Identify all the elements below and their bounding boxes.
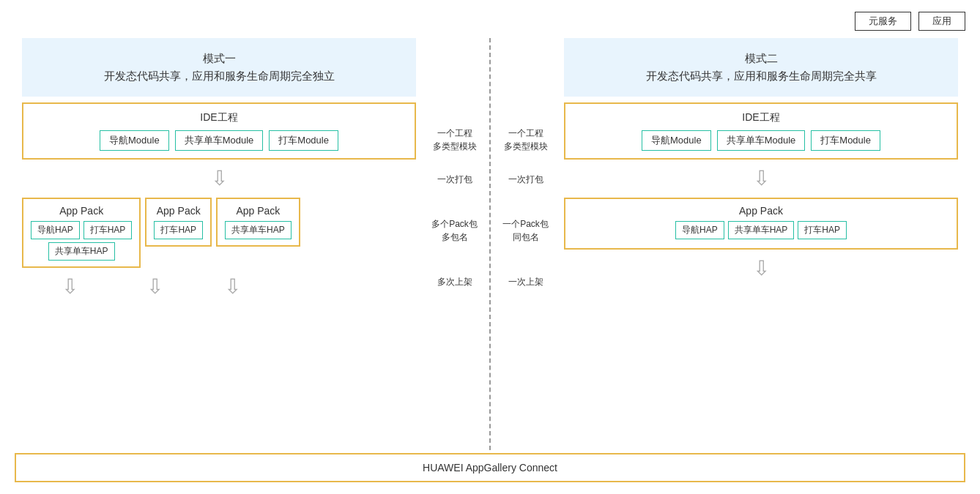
mode1-module-taxi: 打车Module [269,130,338,151]
mode2-bike-hap: 共享单车HAP [728,221,795,239]
mode1-ide-title: IDE工程 [35,111,403,124]
mode1-pack3-title: App Pack [225,205,292,217]
arrow-down-icon: ⇩ [211,168,228,189]
center-label-multi-name: 多包名 [442,232,468,244]
arrow-down-icon2: ⇩ [62,277,78,297]
mode1-arrow4: ⇩ [192,277,272,297]
mode1-pack1-hap-row2: 共享单车HAP [31,242,132,261]
mode1-ide-box: IDE工程 导航Module 共享单车Module 打车Module [22,102,416,160]
mode1-pack3-bike-hap: 共享单车HAP [225,221,292,239]
mode2-arrow-down-icon: ⇩ [753,168,770,189]
center-label-pack-once: 一次打包 [437,174,472,186]
mode2-arrow-down-icon2: ⇩ [753,258,770,279]
mode2-module-taxi: 打车Module [811,130,880,151]
mode1-pack1-box: App Pack 导航HAP 打车HAP 共享单车HAP [22,198,141,268]
center-right-label-one-pack: 一个Pack包 [502,219,549,231]
legend-atomic-service: 元服务 [855,12,911,31]
mode2-module-bike: 共享单车Module [717,130,806,151]
top-legend: 元服务 应用 [15,12,965,31]
dashed-divider [489,38,491,450]
mode1-title-box: 模式一 开发态代码共享，应用和服务生命周期完全独立 [22,38,416,97]
mode1-module-row: 导航Module 共享单车Module 打车Module [35,130,403,151]
mode2-ide-box: IDE工程 导航Module 共享单车Module 打车Module [564,102,958,160]
mode1-pack3-box: App Pack 共享单车HAP [216,198,300,247]
mode1-pack2-box: App Pack 打车HAP [145,198,212,247]
mode1-pack2-taxi-hap: 打车HAP [154,221,203,239]
mode1-pack2-title: App Pack [154,205,203,217]
huawei-box: HUAWEI AppGallery Connect [15,453,965,482]
mode1-pack2-hap-row: 打车HAP [154,221,203,239]
mode1-pack1-hap-row1: 导航HAP 打车HAP [31,221,132,239]
mode2-module-row: 导航Module 共享单车Module 打车Module [577,130,945,151]
mode2-panel: 模式二 开发态代码共享，应用和服务生命周期完全共享 IDE工程 导航Module… [557,38,965,450]
mode1-module-bike: 共享单车Module [175,130,264,151]
mode1-pack1-title: App Pack [31,205,132,217]
center-label-multi-upload: 多次上架 [437,277,472,288]
mode1-pack1-bike-hap: 共享单车HAP [48,242,115,261]
center-right-label-one-project: 一个工程 [508,128,543,140]
mode1-panel: 模式一 开发态代码共享，应用和服务生命周期完全独立 IDE工程 导航Module… [15,38,423,450]
mode1-pack-area: App Pack 导航HAP 打车HAP 共享单车HAP App Pack 打车… [22,198,416,268]
mode1-arrows-bottom: ⇩ ⇩ ⇩ [22,274,416,300]
mode1-arrow3: ⇩ [122,277,188,297]
center-right-label-same-name: 同包名 [513,232,539,244]
center-labels-left: 一个工程 多类型模块 一次打包 多个Pack包 多包名 多次上架 [423,38,486,450]
mode1-title: 模式一 开发态代码共享，应用和服务生命周期完全独立 [104,50,335,85]
center-labels-right: 一个工程 多类型模块 一次打包 一个Pack包 同包名 一次上架 [494,38,557,450]
mode2-title: 模式二 开发态代码共享，应用和服务生命周期完全共享 [646,50,877,85]
mode2-taxi-hap: 打车HAP [798,221,847,239]
page: 元服务 应用 模式一 开发态代码共享，应用和服务生命周期完全独立 IDE工程 导… [0,0,980,494]
mode1-arrow2: ⇩ [22,277,117,297]
mode2-pack-title: App Pack [573,205,949,217]
mode1-pack1-taxi-hap: 打车HAP [83,221,133,239]
mode1-arrow1: ⇩ [22,165,416,192]
mode2-title-box: 模式二 开发态代码共享，应用和服务生命周期完全共享 [564,38,958,97]
mode2-pack-box: App Pack 导航HAP 共享单车HAP 打车HAP [564,198,958,250]
center-right-label-upload-once: 一次上架 [508,277,543,288]
arrow-down-icon3: ⇩ [146,277,163,297]
center-label-multi-pack: 多个Pack包 [431,219,478,231]
mode2-ide-title: IDE工程 [577,111,945,124]
mode1-module-nav: 导航Module [100,130,169,151]
center-label-one-project: 一个工程 [437,128,472,140]
mode1-pack3-hap-row: 共享单车HAP [225,221,292,239]
legend-app: 应用 [918,12,965,31]
mode2-module-nav: 导航Module [642,130,711,151]
mode1-pack1-nav-hap: 导航HAP [31,221,80,239]
mode2-arrow1: ⇩ [564,165,958,192]
center-label-multi-module: 多类型模块 [433,141,477,153]
center-right-label-multi-module: 多类型模块 [504,141,548,153]
center-right-label-pack-once: 一次打包 [508,174,543,186]
mode2-arrow2: ⇩ [564,255,958,282]
mode2-nav-hap: 导航HAP [675,221,724,239]
mode2-pack-hap-row: 导航HAP 共享单车HAP 打车HAP [573,221,949,239]
arrow-down-icon4: ⇩ [224,277,241,297]
